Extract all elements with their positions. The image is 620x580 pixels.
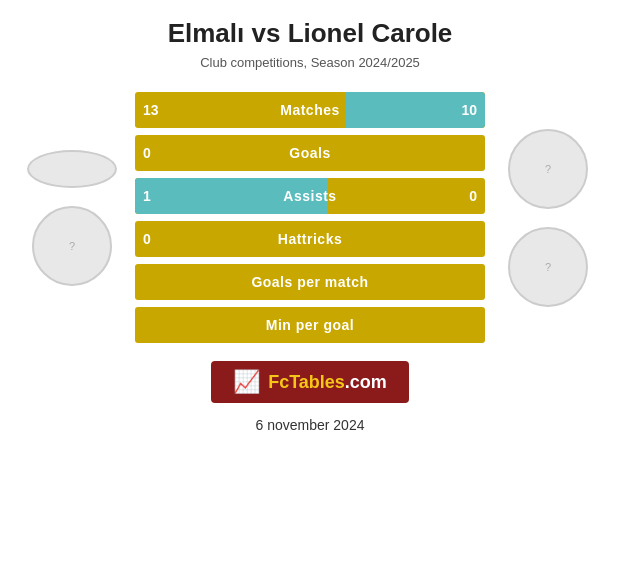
assists-left-val: 1 xyxy=(143,188,151,204)
goals-left-val: 0 xyxy=(143,145,151,161)
logo-text: FcTables.com xyxy=(268,372,387,393)
stat-row-min-per-goal: Min per goal xyxy=(135,307,485,343)
stat-bar-matches: 13 Matches 10 xyxy=(135,92,485,128)
page-title: Elmalı vs Lionel Carole xyxy=(168,18,453,49)
stat-bar-goals: 0 Goals xyxy=(135,135,485,171)
goals-label: Goals xyxy=(135,145,485,161)
stat-row-assists: 1 Assists 0 xyxy=(135,178,485,214)
stat-row-hattricks: 0 Hattricks xyxy=(135,221,485,257)
logo-tables: Tables xyxy=(289,372,345,392)
assists-right-val: 0 xyxy=(469,188,477,204)
hattricks-left-val: 0 xyxy=(143,231,151,247)
avatar-right-bottom: ? xyxy=(508,227,588,307)
logo-icon: 📈 xyxy=(233,369,260,395)
stat-bar-min-per-goal: Min per goal xyxy=(135,307,485,343)
stat-row-matches: 13 Matches 10 xyxy=(135,92,485,128)
matches-left-val: 13 xyxy=(143,102,159,118)
goals-per-match-label: Goals per match xyxy=(135,274,485,290)
logo-fc: Fc xyxy=(268,372,289,392)
assists-label: Assists xyxy=(135,188,485,204)
comparison-area: ? 13 Matches 10 0 Goals xyxy=(0,92,620,343)
matches-label: Matches xyxy=(135,102,485,118)
logo-box: 📈 FcTables.com xyxy=(211,361,409,403)
stat-bar-goals-per-match: Goals per match xyxy=(135,264,485,300)
hattricks-label: Hattricks xyxy=(135,231,485,247)
stats-center: 13 Matches 10 0 Goals 1 Assists 0 xyxy=(135,92,485,343)
avatar-left-bottom: ? xyxy=(32,206,112,286)
date-text: 6 november 2024 xyxy=(256,417,365,433)
stat-row-goals: 0 Goals xyxy=(135,135,485,171)
avatar-left-top xyxy=(27,150,117,188)
page-subtitle: Club competitions, Season 2024/2025 xyxy=(200,55,420,70)
avatar-left: ? xyxy=(17,150,127,286)
avatar-right-top: ? xyxy=(508,129,588,209)
stat-bar-hattricks: 0 Hattricks xyxy=(135,221,485,257)
stat-bar-assists: 1 Assists 0 xyxy=(135,178,485,214)
page: Elmalı vs Lionel Carole Club competition… xyxy=(0,0,620,580)
stat-row-goals-per-match: Goals per match xyxy=(135,264,485,300)
logo-area: 📈 FcTables.com xyxy=(211,361,409,403)
matches-right-val: 10 xyxy=(461,102,477,118)
min-per-goal-label: Min per goal xyxy=(135,317,485,333)
avatar-right: ? ? xyxy=(493,129,603,307)
